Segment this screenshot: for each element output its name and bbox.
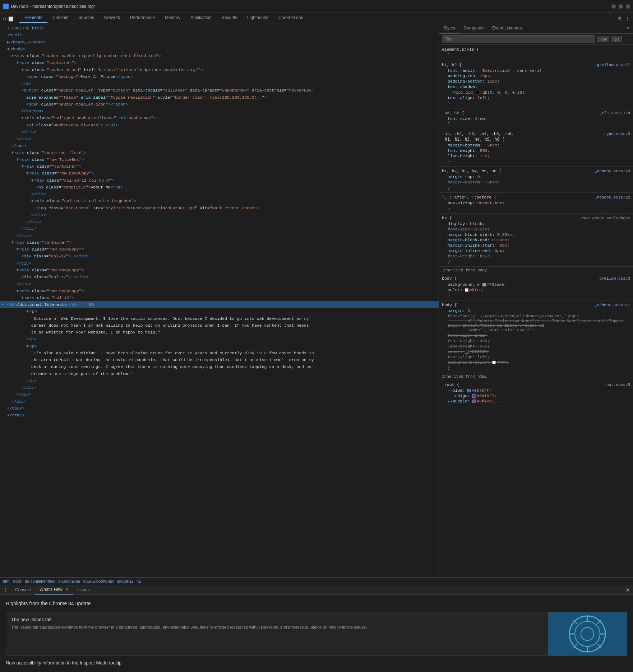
svg-point-1 — [575, 621, 600, 647]
tab-styles[interactable]: Styles — [439, 23, 459, 33]
whats-new-panel: Highlights from the Chrome 84 update The… — [0, 595, 633, 672]
html-line: ▼<div class="col-12"> — [0, 294, 439, 301]
style-property: font-weight: bold; — [442, 253, 630, 259]
style-source-link[interactable]: _type.scss:9 — [602, 132, 630, 136]
style-rule-headings-type: .h1, .h2, .h3, .h4, .h5, .h6, _type.scss… — [439, 129, 633, 167]
card-text: The new Issues tab The Issues tab aggreg… — [6, 612, 548, 655]
style-selector: h1, h2, h3, h4, h5, h6 { — [442, 169, 502, 173]
style-source-link[interactable]: _reboot.scss:47 — [595, 303, 630, 307]
inherited-from-html: Inherited from html — [439, 373, 633, 380]
style-selector: *, ::after, ::before { — [442, 195, 496, 200]
html-line: ▼<div class="container"> — [0, 163, 439, 170]
cls-badge[interactable]: .cls — [611, 36, 622, 42]
html-line: ▼<div class="collapse navbar-collapse" i… — [0, 115, 439, 121]
html-line: <button class="navbar-toggler" type="but… — [0, 87, 439, 94]
tab-application[interactable]: Application — [185, 13, 217, 23]
tab-security[interactable]: Security — [217, 13, 242, 23]
tab-event-listeners[interactable]: Event Listeners — [488, 23, 526, 33]
style-source-link[interactable]: _reboot.scss:22 — [595, 195, 630, 200]
add-style-button[interactable]: + — [624, 36, 630, 42]
breadcrumb-container[interactable]: div.container — [58, 579, 80, 583]
breadcrumb-h2[interactable]: h2 — [137, 579, 141, 583]
drawer-menu-button[interactable]: ⋮ — [3, 587, 8, 593]
window-title: DevTools - markashfordprince.neocities.o… — [11, 4, 95, 9]
style-selector: body { — [442, 276, 457, 281]
html-line: ▼<div class="row bodyCopy"> — [0, 170, 439, 177]
style-property: } — [442, 293, 630, 298]
style-source-link[interactable]: grellow.css:3 — [599, 276, 630, 281]
style-property: padding-top: 15px; — [442, 73, 630, 79]
breadcrumb-col12[interactable]: div.col-12 — [117, 579, 134, 583]
html-line: </body> — [0, 405, 439, 412]
html-line: ▶<head>…</head> — [0, 39, 439, 46]
style-source-link[interactable]: grellow.css:37 — [597, 63, 630, 67]
style-property: } — [442, 159, 630, 164]
html-line: <ul class="navbar-nav ml-auto">…</ul> — [0, 122, 439, 129]
svg-point-2 — [581, 627, 594, 640]
tab-sources[interactable]: Sources — [73, 13, 99, 23]
html-line: <h1 class="pageTitle">About Me</h1> — [0, 184, 439, 191]
tab-console-drawer[interactable]: Console — [11, 585, 35, 594]
style-property: font-family: --apple-system,BlinkMacSyst… — [442, 313, 630, 333]
style-rule-headings-reboot93: h1, h2, h3, h4, h5, h6 { _reboot.scss:93… — [439, 167, 633, 193]
html-line: </div> — [0, 218, 439, 225]
devtools-icon[interactable]: ⚙ — [3, 17, 7, 22]
tab-console[interactable]: Console — [47, 13, 73, 23]
breadcrumb-body[interactable]: body — [13, 579, 22, 583]
tab-more[interactable]: » — [623, 23, 633, 33]
selected-element-line[interactable]: ⋯ <h2>Additional Interests</h2> == $0 — [0, 301, 439, 308]
inspect-icon[interactable]: ⬜ — [8, 17, 14, 22]
devtools-tabs: ⚙ ⬜ Elements Console Sources Network Per… — [0, 13, 633, 23]
inherited-body-link[interactable]: body — [477, 268, 487, 272]
tab-network[interactable]: Network — [99, 13, 125, 23]
tab-issues-drawer[interactable]: Issues — [73, 585, 94, 594]
settings-icon[interactable]: ⚙ — [618, 16, 622, 22]
more-options-icon[interactable]: ⋮ — [625, 16, 630, 22]
style-property: margin-block-end: 0.83em; — [442, 237, 630, 243]
restore-button[interactable] — [619, 4, 623, 9]
html-line: </a> — [0, 80, 439, 87]
close-whats-new-tab[interactable]: ✕ — [65, 587, 69, 592]
html-line: ▼<div class="row TitleBox"> — [0, 156, 439, 163]
html-line: ▼<div class="container-fluid"> — [0, 149, 439, 156]
breadcrumb-html[interactable]: html — [3, 579, 10, 583]
style-rule-header: body { _reboot.scss:47 — [442, 303, 630, 307]
style-property: margin-inline-end: 0px; — [442, 248, 630, 253]
style-source-link[interactable]: _rfs.scss:128 — [599, 111, 630, 115]
html-panel[interactable]: <!DOCTYPE html> <html> ▶<head>…</head> ▼… — [0, 23, 439, 577]
close-button[interactable] — [626, 4, 630, 9]
minimize-button[interactable] — [611, 4, 616, 9]
styles-filter-input[interactable] — [442, 35, 595, 43]
html-line: ▼<div class="col-sm-12 col-md-6 imageBox… — [0, 197, 439, 204]
tab-performance[interactable]: Performance — [125, 13, 160, 23]
style-property: text-align: left; — [442, 354, 630, 360]
style-rule-h2-rfs: .h2, h2 { _rfs.scss:128 font-size: 2rem;… — [439, 108, 633, 129]
style-property: margin-top: 0; — [442, 174, 630, 179]
html-line: ▼<p> — [0, 308, 439, 315]
html-line: <img class="markPhoto" src="styles/textu… — [0, 205, 439, 211]
close-drawer-button[interactable]: ✕ — [625, 587, 630, 593]
html-line: </div> — [0, 280, 439, 287]
tab-elements[interactable]: Elements — [19, 13, 47, 23]
tab-lighthouse[interactable]: Lighthouse — [242, 13, 273, 23]
style-property: line-height: 1.2; — [442, 153, 630, 159]
inherited-html-link[interactable]: html — [477, 374, 487, 379]
breadcrumb-row-bodycopy[interactable]: div.row.bodyCopy — [83, 579, 114, 583]
style-property: --indigo: #6610f2; — [442, 393, 630, 398]
style-source-link[interactable]: _root.scss:5 — [602, 383, 630, 387]
style-rule-header: h2 { user agent stylesheet — [442, 216, 630, 220]
style-rule-h2-useragent: h2 { user agent stylesheet display: bloc… — [439, 214, 633, 267]
tab-memory[interactable]: Memory — [160, 13, 185, 23]
breadcrumb-container-fluid[interactable]: div.container-fluid — [25, 579, 55, 583]
style-property: text-shadow: — [442, 84, 630, 89]
html-line: aria-expanded="false" aria-label="Toggle… — [0, 94, 439, 101]
style-source-link[interactable]: _reboot.scss:93 — [595, 169, 630, 173]
html-line: </p> — [0, 377, 439, 384]
hov-badge[interactable]: :hov — [597, 36, 609, 42]
tab-whats-new[interactable]: What's New ✕ — [35, 585, 73, 594]
tab-chromelens[interactable]: ChromeLens — [273, 13, 308, 23]
style-rule-header: h1, h2 { grellow.css:37 — [442, 62, 630, 67]
main-layout: <!DOCTYPE html> <html> ▶<head>…</head> ▼… — [0, 23, 633, 577]
style-property: } — [442, 259, 630, 264]
tab-computed[interactable]: Computed — [459, 23, 488, 33]
